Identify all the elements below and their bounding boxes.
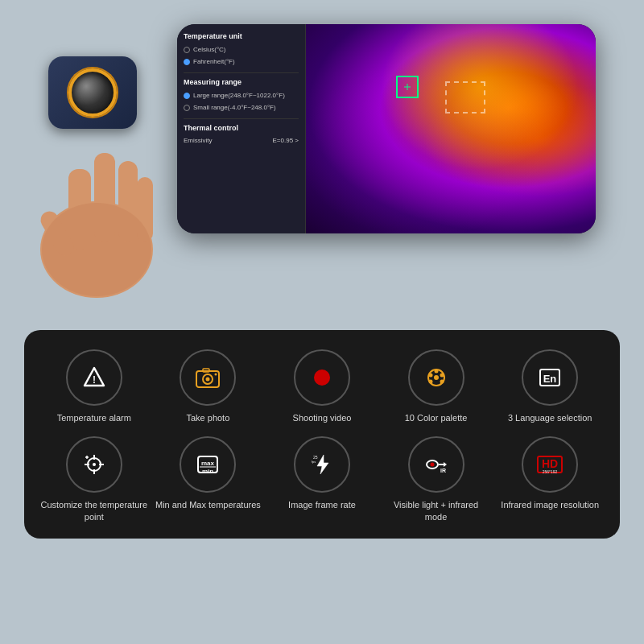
svg-point-6 [42, 203, 151, 296]
video-label: Shooting video [293, 412, 352, 423]
hd-icon: HD 256*192 [535, 450, 564, 479]
fahrenheit-label: Fahrenheit(°F) [193, 58, 235, 65]
crosshair-icon-wrap [66, 436, 122, 493]
phone-container: Temperature unit Celsius(°C) Fahrenheit(… [177, 24, 596, 233]
svg-text:max: max [201, 460, 215, 467]
feature-temp-point: Customize the temperature point [40, 436, 148, 522]
svg-point-13 [314, 369, 330, 386]
svg-point-10 [206, 378, 210, 382]
thermal-image [306, 24, 596, 233]
hand-device [24, 40, 185, 298]
maxmin-icon-wrap: max min [180, 436, 236, 493]
palette-label: 10 Color palette [405, 412, 468, 423]
svg-marker-40 [444, 462, 447, 467]
maxmin-icon: max min [193, 450, 222, 479]
crosshair-icon [80, 450, 109, 479]
ir-icon: IR [422, 450, 451, 479]
camera-icon-wrap [180, 349, 236, 406]
svg-point-16 [440, 374, 444, 378]
feature-ir-mode: IR Visible light + infrared mode [382, 436, 490, 522]
palette-icon-wrap [408, 349, 464, 406]
emissivity-value: E=0.95 > [273, 137, 299, 144]
celsius-label: Celsius(°C) [193, 46, 226, 53]
feature-language: En 3 Language selection [496, 349, 604, 423]
feature-frame-rate: 25 fps Image frame rate [268, 436, 376, 522]
divider-2 [184, 118, 299, 119]
fps-icon: 25 fps [308, 450, 336, 479]
bracket-box [445, 81, 485, 114]
svg-text:min: min [202, 468, 213, 475]
feature-max-min: max min Min and Max temperatures [155, 436, 262, 522]
svg-point-19 [428, 374, 432, 378]
svg-point-28 [93, 463, 96, 466]
features-grid: ! Temperature alarm Take photo [40, 349, 604, 522]
feature-color-palette: 10 Color palette [382, 349, 490, 423]
svg-text:En: En [543, 373, 557, 385]
thermal-camera-view [306, 24, 596, 233]
hd-icon-wrap: HD 256*192 [522, 436, 578, 493]
top-section: Temperature unit Celsius(°C) Fahrenheit(… [0, 0, 644, 322]
phone-settings-panel: Temperature unit Celsius(°C) Fahrenheit(… [177, 24, 306, 233]
thermal-title: Thermal control [184, 124, 299, 132]
feature-hd-resolution: HD 256*192 Infrared image resolution [496, 436, 604, 522]
feature-temperature-alarm: ! Temperature alarm [40, 349, 148, 423]
lang-label: 3 Language selection [508, 412, 592, 423]
hand-svg [24, 105, 169, 298]
svg-point-18 [428, 380, 432, 384]
large-range-label: Large range(248.0°F~1022.0°F) [193, 92, 285, 99]
measuring-title: Measuring range [184, 78, 299, 86]
alarm-icon-wrap: ! [66, 349, 122, 406]
svg-text:fps: fps [312, 460, 316, 464]
small-range-option[interactable]: Small range(-4.0°F~248.0°F) [184, 101, 299, 114]
temp-point-label: Customize the temperature point [40, 499, 148, 522]
alarm-label: Temperature alarm [57, 412, 131, 423]
svg-point-12 [215, 374, 217, 376]
ir-icon-wrap: IR [408, 436, 464, 493]
svg-text:IR: IR [440, 468, 446, 473]
photo-label: Take photo [186, 412, 229, 423]
ir-label: Visible light + infrared mode [382, 499, 490, 522]
small-range-label: Small range(-4.0°F~248.0°F) [193, 104, 276, 111]
camera-icon [193, 363, 222, 392]
svg-text:HD: HD [542, 457, 558, 470]
feature-take-photo: Take photo [155, 349, 262, 423]
svg-text:256*192: 256*192 [543, 469, 558, 474]
emissivity-row[interactable]: Emissivity E=0.95 > [184, 135, 299, 146]
maxmin-label: Min and Max temperatures [155, 499, 261, 510]
phone-body: Temperature unit Celsius(°C) Fahrenheit(… [177, 24, 596, 233]
svg-point-15 [434, 369, 438, 374]
divider-1 [184, 72, 299, 73]
thermal-overlay [306, 24, 596, 233]
record-icon-wrap [294, 349, 350, 406]
fahrenheit-option[interactable]: Fahrenheit(°F) [184, 56, 299, 68]
svg-text:!: ! [93, 374, 96, 386]
lang-icon: En [535, 363, 564, 392]
fps-label: Image frame rate [288, 499, 356, 510]
celsius-option[interactable]: Celsius(°C) [184, 43, 299, 56]
palette-icon [422, 363, 451, 392]
record-icon [308, 363, 336, 392]
hd-label: Infrared image resolution [501, 499, 599, 510]
alarm-icon: ! [80, 363, 109, 392]
svg-point-38 [430, 463, 434, 467]
features-panel: ! Temperature alarm Take photo [24, 330, 620, 539]
temp-unit-title: Temperature unit [184, 32, 299, 40]
svg-point-20 [434, 375, 439, 380]
fps-icon-wrap: 25 fps [294, 436, 350, 493]
lang-icon-wrap: En [522, 349, 578, 406]
crosshair-indicator [396, 76, 419, 98]
emissivity-label: Emissivity [184, 137, 213, 144]
feature-shooting-video: Shooting video [268, 349, 376, 423]
large-range-option[interactable]: Large range(248.0°F~1022.0°F) [184, 89, 299, 101]
svg-point-17 [440, 380, 444, 384]
